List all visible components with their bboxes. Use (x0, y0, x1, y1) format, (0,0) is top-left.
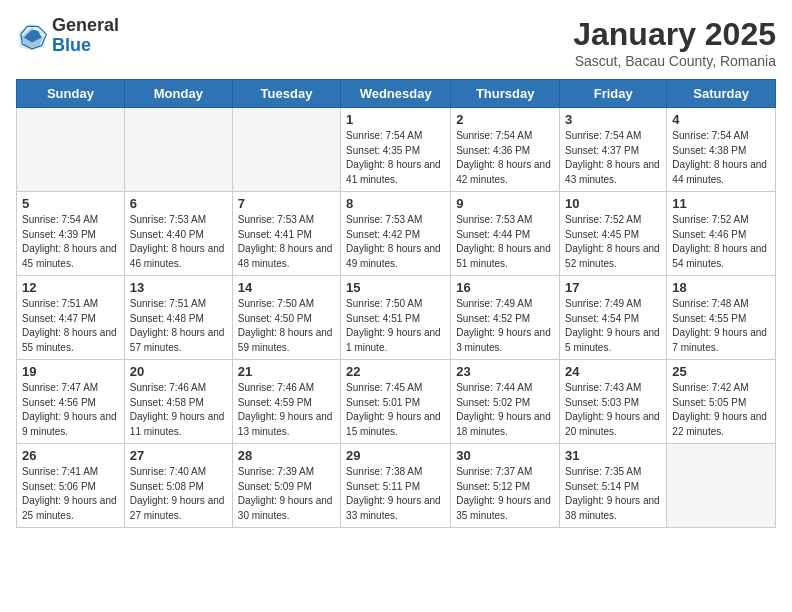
day-info: Sunrise: 7:50 AM Sunset: 4:50 PM Dayligh… (238, 297, 335, 355)
calendar-cell: 26Sunrise: 7:41 AM Sunset: 5:06 PM Dayli… (17, 444, 125, 528)
logo-icon (16, 20, 48, 52)
calendar-cell: 18Sunrise: 7:48 AM Sunset: 4:55 PM Dayli… (667, 276, 776, 360)
day-header-thursday: Thursday (451, 80, 560, 108)
day-info: Sunrise: 7:46 AM Sunset: 4:59 PM Dayligh… (238, 381, 335, 439)
calendar-cell: 24Sunrise: 7:43 AM Sunset: 5:03 PM Dayli… (560, 360, 667, 444)
day-number: 28 (238, 448, 335, 463)
logo-blue: Blue (52, 36, 119, 56)
day-number: 13 (130, 280, 227, 295)
day-info: Sunrise: 7:35 AM Sunset: 5:14 PM Dayligh… (565, 465, 661, 523)
day-info: Sunrise: 7:53 AM Sunset: 4:42 PM Dayligh… (346, 213, 445, 271)
day-number: 6 (130, 196, 227, 211)
day-number: 10 (565, 196, 661, 211)
day-number: 3 (565, 112, 661, 127)
day-number: 4 (672, 112, 770, 127)
day-info: Sunrise: 7:50 AM Sunset: 4:51 PM Dayligh… (346, 297, 445, 355)
calendar-cell: 20Sunrise: 7:46 AM Sunset: 4:58 PM Dayli… (124, 360, 232, 444)
day-info: Sunrise: 7:54 AM Sunset: 4:39 PM Dayligh… (22, 213, 119, 271)
day-number: 20 (130, 364, 227, 379)
calendar-week-row: 12Sunrise: 7:51 AM Sunset: 4:47 PM Dayli… (17, 276, 776, 360)
calendar-cell: 12Sunrise: 7:51 AM Sunset: 4:47 PM Dayli… (17, 276, 125, 360)
calendar-cell: 28Sunrise: 7:39 AM Sunset: 5:09 PM Dayli… (232, 444, 340, 528)
day-number: 17 (565, 280, 661, 295)
day-info: Sunrise: 7:54 AM Sunset: 4:37 PM Dayligh… (565, 129, 661, 187)
calendar-cell: 7Sunrise: 7:53 AM Sunset: 4:41 PM Daylig… (232, 192, 340, 276)
calendar-cell: 11Sunrise: 7:52 AM Sunset: 4:46 PM Dayli… (667, 192, 776, 276)
day-number: 5 (22, 196, 119, 211)
day-header-wednesday: Wednesday (341, 80, 451, 108)
day-info: Sunrise: 7:53 AM Sunset: 4:41 PM Dayligh… (238, 213, 335, 271)
calendar-cell: 8Sunrise: 7:53 AM Sunset: 4:42 PM Daylig… (341, 192, 451, 276)
day-info: Sunrise: 7:52 AM Sunset: 4:45 PM Dayligh… (565, 213, 661, 271)
day-info: Sunrise: 7:54 AM Sunset: 4:35 PM Dayligh… (346, 129, 445, 187)
day-info: Sunrise: 7:48 AM Sunset: 4:55 PM Dayligh… (672, 297, 770, 355)
day-number: 8 (346, 196, 445, 211)
calendar-cell: 5Sunrise: 7:54 AM Sunset: 4:39 PM Daylig… (17, 192, 125, 276)
logo: General Blue (16, 16, 119, 56)
title-section: January 2025 Sascut, Bacau County, Roman… (573, 16, 776, 69)
day-number: 12 (22, 280, 119, 295)
day-number: 7 (238, 196, 335, 211)
calendar-cell: 29Sunrise: 7:38 AM Sunset: 5:11 PM Dayli… (341, 444, 451, 528)
day-info: Sunrise: 7:41 AM Sunset: 5:06 PM Dayligh… (22, 465, 119, 523)
calendar-cell: 2Sunrise: 7:54 AM Sunset: 4:36 PM Daylig… (451, 108, 560, 192)
calendar-cell: 19Sunrise: 7:47 AM Sunset: 4:56 PM Dayli… (17, 360, 125, 444)
day-info: Sunrise: 7:44 AM Sunset: 5:02 PM Dayligh… (456, 381, 554, 439)
day-info: Sunrise: 7:49 AM Sunset: 4:52 PM Dayligh… (456, 297, 554, 355)
day-info: Sunrise: 7:40 AM Sunset: 5:08 PM Dayligh… (130, 465, 227, 523)
day-info: Sunrise: 7:51 AM Sunset: 4:47 PM Dayligh… (22, 297, 119, 355)
day-header-tuesday: Tuesday (232, 80, 340, 108)
day-info: Sunrise: 7:46 AM Sunset: 4:58 PM Dayligh… (130, 381, 227, 439)
calendar-week-row: 1Sunrise: 7:54 AM Sunset: 4:35 PM Daylig… (17, 108, 776, 192)
day-info: Sunrise: 7:42 AM Sunset: 5:05 PM Dayligh… (672, 381, 770, 439)
calendar-week-row: 26Sunrise: 7:41 AM Sunset: 5:06 PM Dayli… (17, 444, 776, 528)
calendar-cell: 9Sunrise: 7:53 AM Sunset: 4:44 PM Daylig… (451, 192, 560, 276)
day-info: Sunrise: 7:39 AM Sunset: 5:09 PM Dayligh… (238, 465, 335, 523)
day-info: Sunrise: 7:38 AM Sunset: 5:11 PM Dayligh… (346, 465, 445, 523)
day-number: 15 (346, 280, 445, 295)
calendar-cell: 3Sunrise: 7:54 AM Sunset: 4:37 PM Daylig… (560, 108, 667, 192)
page-header: General Blue January 2025 Sascut, Bacau … (16, 16, 776, 69)
calendar-cell: 14Sunrise: 7:50 AM Sunset: 4:50 PM Dayli… (232, 276, 340, 360)
calendar-cell: 25Sunrise: 7:42 AM Sunset: 5:05 PM Dayli… (667, 360, 776, 444)
logo-general: General (52, 16, 119, 36)
day-number: 16 (456, 280, 554, 295)
day-number: 26 (22, 448, 119, 463)
day-number: 14 (238, 280, 335, 295)
day-info: Sunrise: 7:49 AM Sunset: 4:54 PM Dayligh… (565, 297, 661, 355)
calendar-cell: 1Sunrise: 7:54 AM Sunset: 4:35 PM Daylig… (341, 108, 451, 192)
day-info: Sunrise: 7:53 AM Sunset: 4:40 PM Dayligh… (130, 213, 227, 271)
day-info: Sunrise: 7:37 AM Sunset: 5:12 PM Dayligh… (456, 465, 554, 523)
calendar-week-row: 19Sunrise: 7:47 AM Sunset: 4:56 PM Dayli… (17, 360, 776, 444)
logo-text: General Blue (52, 16, 119, 56)
calendar-cell: 6Sunrise: 7:53 AM Sunset: 4:40 PM Daylig… (124, 192, 232, 276)
calendar-cell: 16Sunrise: 7:49 AM Sunset: 4:52 PM Dayli… (451, 276, 560, 360)
day-header-friday: Friday (560, 80, 667, 108)
day-header-saturday: Saturday (667, 80, 776, 108)
day-number: 19 (22, 364, 119, 379)
calendar-cell: 10Sunrise: 7:52 AM Sunset: 4:45 PM Dayli… (560, 192, 667, 276)
calendar-cell: 31Sunrise: 7:35 AM Sunset: 5:14 PM Dayli… (560, 444, 667, 528)
day-number: 21 (238, 364, 335, 379)
day-number: 25 (672, 364, 770, 379)
calendar-cell: 23Sunrise: 7:44 AM Sunset: 5:02 PM Dayli… (451, 360, 560, 444)
day-info: Sunrise: 7:52 AM Sunset: 4:46 PM Dayligh… (672, 213, 770, 271)
day-number: 24 (565, 364, 661, 379)
day-info: Sunrise: 7:47 AM Sunset: 4:56 PM Dayligh… (22, 381, 119, 439)
calendar-cell: 15Sunrise: 7:50 AM Sunset: 4:51 PM Dayli… (341, 276, 451, 360)
day-number: 1 (346, 112, 445, 127)
day-info: Sunrise: 7:54 AM Sunset: 4:36 PM Dayligh… (456, 129, 554, 187)
day-number: 11 (672, 196, 770, 211)
day-header-monday: Monday (124, 80, 232, 108)
day-number: 29 (346, 448, 445, 463)
day-header-sunday: Sunday (17, 80, 125, 108)
calendar-cell: 30Sunrise: 7:37 AM Sunset: 5:12 PM Dayli… (451, 444, 560, 528)
calendar-cell: 13Sunrise: 7:51 AM Sunset: 4:48 PM Dayli… (124, 276, 232, 360)
day-number: 18 (672, 280, 770, 295)
day-info: Sunrise: 7:53 AM Sunset: 4:44 PM Dayligh… (456, 213, 554, 271)
calendar-cell (17, 108, 125, 192)
calendar-table: SundayMondayTuesdayWednesdayThursdayFrid… (16, 79, 776, 528)
day-number: 2 (456, 112, 554, 127)
day-number: 31 (565, 448, 661, 463)
calendar-cell: 17Sunrise: 7:49 AM Sunset: 4:54 PM Dayli… (560, 276, 667, 360)
